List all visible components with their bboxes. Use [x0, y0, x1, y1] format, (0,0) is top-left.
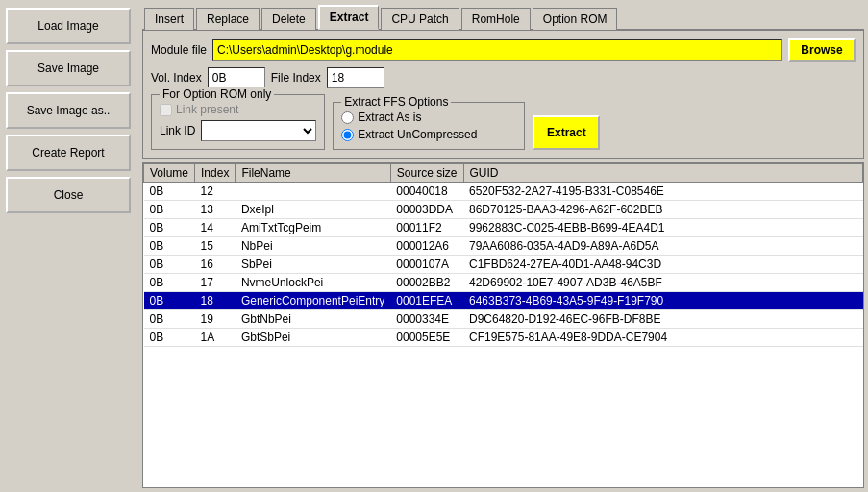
- extract-ffs-content: Extract As is Extract UnCompressed: [341, 111, 516, 141]
- link-present-label: Link present: [176, 103, 238, 116]
- cell-index: 16: [195, 256, 236, 274]
- cell-source-size: 00003DDA: [390, 201, 463, 219]
- cell-volume: 0B: [144, 274, 195, 292]
- extract-ffs-group: Extract FFS Options Extract As is Extrac…: [333, 102, 525, 150]
- cell-filename: AmiTxtTcgPeim: [236, 219, 390, 237]
- cell-source-size: 0001EFEA: [390, 292, 463, 310]
- save-image-as-button[interactable]: Save Image as..: [6, 92, 131, 129]
- table-row[interactable]: 0B 18 GenericComponentPeiEntry 0001EFEA …: [144, 292, 863, 310]
- cell-guid: 42D69902-10E7-4907-AD3B-46A5BF: [463, 274, 862, 292]
- col-source-size: Source size: [390, 164, 463, 183]
- cell-source-size: 0000334E: [390, 310, 463, 329]
- tab-bar: Insert Replace Delete Extract CPU Patch …: [142, 4, 864, 31]
- cell-guid: D9C64820-D192-46EC-96FB-DF8BE: [463, 310, 862, 329]
- link-id-row: Link ID: [160, 120, 316, 141]
- table-body: 0B 12 00040018 6520F532-2A27-4195-B331-C…: [144, 183, 863, 347]
- tab-extract[interactable]: Extract: [318, 5, 380, 30]
- cell-volume: 0B: [144, 237, 195, 256]
- main-table: Volume Index FileName Source size GUID 0…: [143, 163, 863, 347]
- cell-index: 18: [195, 292, 236, 310]
- cell-volume: 0B: [144, 256, 195, 274]
- extract-as-is-row: Extract As is: [341, 111, 516, 124]
- col-filename: FileName: [236, 164, 390, 183]
- extract-ffs-title: Extract FFS Options: [341, 95, 451, 109]
- col-index: Index: [195, 164, 236, 183]
- extract-button[interactable]: Extract: [533, 115, 600, 150]
- cell-filename: [236, 183, 390, 201]
- cell-index: 19: [195, 310, 236, 329]
- module-file-label: Module file: [151, 43, 207, 57]
- cell-filename: DxeIpl: [236, 201, 390, 219]
- browse-button[interactable]: Browse: [788, 38, 856, 62]
- cell-source-size: 000012A6: [390, 237, 463, 256]
- cell-index: 14: [195, 219, 236, 237]
- cell-volume: 0B: [144, 329, 195, 347]
- cell-index: 13: [195, 201, 236, 219]
- table-row[interactable]: 0B 16 SbPei 0000107A C1FBD624-27EA-40D1-…: [144, 256, 863, 274]
- cell-source-size: 00011F2: [390, 219, 463, 237]
- link-id-label: Link ID: [160, 124, 195, 137]
- save-image-button[interactable]: Save Image: [6, 50, 131, 86]
- for-option-rom-title: For Option ROM only: [160, 87, 274, 101]
- cell-source-size: 00040018: [390, 183, 463, 201]
- col-volume: Volume: [144, 164, 195, 183]
- cell-guid: C1FBD624-27EA-40D1-AA48-94C3D: [463, 256, 862, 274]
- cell-index: 1A: [195, 329, 236, 347]
- close-button[interactable]: Close: [6, 177, 131, 213]
- vol-index-input[interactable]: [208, 67, 265, 88]
- cell-index: 15: [195, 237, 236, 256]
- content-area: Module file Browse Vol. Index File Index…: [142, 31, 864, 159]
- sidebar: Load Image Save Image Save Image as.. Cr…: [0, 0, 142, 492]
- col-guid: GUID: [463, 164, 862, 183]
- cell-filename: NbPei: [236, 237, 390, 256]
- tab-romhole[interactable]: RomHole: [461, 8, 531, 30]
- cell-guid: 9962883C-C025-4EBB-B699-4EA4D1: [463, 219, 862, 237]
- extract-uncompressed-label: Extract UnCompressed: [358, 128, 477, 141]
- cell-volume: 0B: [144, 201, 195, 219]
- cell-filename: SbPei: [236, 256, 390, 274]
- file-index-label: File Index: [271, 71, 321, 85]
- link-present-row: Link present: [160, 103, 316, 116]
- main-container: Load Image Save Image Save Image as.. Cr…: [0, 0, 868, 492]
- link-id-select[interactable]: [201, 120, 316, 141]
- load-image-button[interactable]: Load Image: [6, 8, 131, 44]
- options-row: For Option ROM only Link present Link ID: [151, 94, 856, 150]
- cell-guid: 86D70125-BAA3-4296-A62F-602BEB: [463, 201, 862, 219]
- cell-volume: 0B: [144, 183, 195, 201]
- extract-as-is-label: Extract As is: [358, 111, 421, 124]
- table-row[interactable]: 0B 1A GbtSbPei 00005E5E CF19E575-81AA-49…: [144, 329, 863, 347]
- table-row[interactable]: 0B 14 AmiTxtTcgPeim 00011F2 9962883C-C02…: [144, 219, 863, 237]
- tab-replace[interactable]: Replace: [196, 8, 260, 30]
- cell-volume: 0B: [144, 292, 195, 310]
- tab-option-rom[interactable]: Option ROM: [533, 8, 618, 30]
- link-present-checkbox[interactable]: [160, 104, 172, 116]
- cell-filename: GbtNbPei: [236, 310, 390, 329]
- vol-index-label: Vol. Index: [151, 71, 202, 85]
- cell-source-size: 0000107A: [390, 256, 463, 274]
- for-option-rom-group: For Option ROM only Link present Link ID: [151, 94, 325, 150]
- cell-index: 17: [195, 274, 236, 292]
- cell-filename: GbtSbPei: [236, 329, 390, 347]
- cell-source-size: 00002BB2: [390, 274, 463, 292]
- tab-delete[interactable]: Delete: [261, 8, 316, 30]
- cell-source-size: 00005E5E: [390, 329, 463, 347]
- module-file-row: Module file Browse: [151, 38, 856, 62]
- create-report-button[interactable]: Create Report: [6, 135, 131, 171]
- tab-cpu-patch[interactable]: CPU Patch: [381, 8, 459, 30]
- cell-volume: 0B: [144, 219, 195, 237]
- file-index-input[interactable]: [327, 67, 384, 88]
- index-row: Vol. Index File Index: [151, 67, 856, 88]
- extract-uncompressed-radio[interactable]: [341, 129, 354, 141]
- table-row[interactable]: 0B 13 DxeIpl 00003DDA 86D70125-BAA3-4296…: [144, 201, 863, 219]
- tab-insert[interactable]: Insert: [144, 8, 194, 30]
- cell-filename: NvmeUnlockPei: [236, 274, 390, 292]
- cell-index: 12: [195, 183, 236, 201]
- extract-as-is-radio[interactable]: [341, 111, 354, 124]
- table-header-row: Volume Index FileName Source size GUID: [144, 164, 863, 183]
- table-row[interactable]: 0B 17 NvmeUnlockPei 00002BB2 42D69902-10…: [144, 274, 863, 292]
- table-row[interactable]: 0B 12 00040018 6520F532-2A27-4195-B331-C…: [144, 183, 863, 201]
- table-row[interactable]: 0B 19 GbtNbPei 0000334E D9C64820-D192-46…: [144, 310, 863, 329]
- table-container: Volume Index FileName Source size GUID 0…: [142, 162, 864, 488]
- table-row[interactable]: 0B 15 NbPei 000012A6 79AA6086-035A-4AD9-…: [144, 237, 863, 256]
- module-file-input[interactable]: [212, 39, 782, 61]
